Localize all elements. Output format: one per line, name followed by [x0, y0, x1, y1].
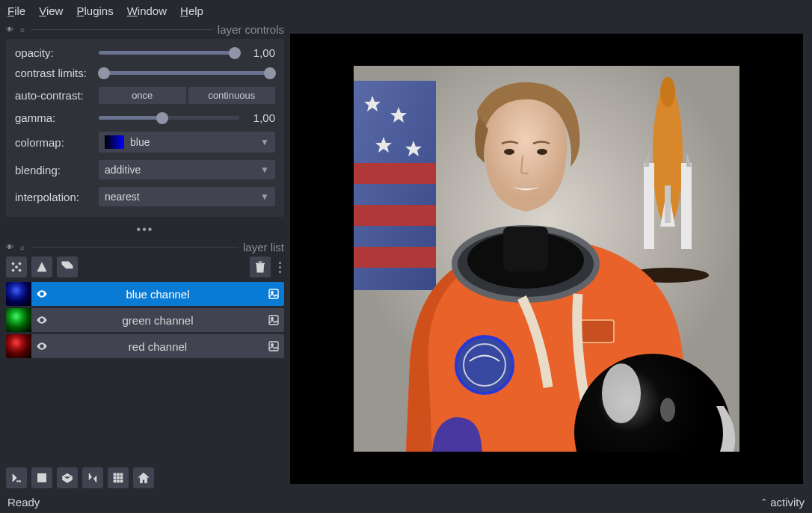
svg-rect-14	[114, 473, 116, 476]
viewer-image	[354, 66, 739, 452]
left-panel: 👁 ⌕ layer controls opacity: 1,00 contras…	[0, 22, 290, 493]
layer-toolbar	[0, 254, 290, 280]
svg-rect-25	[354, 163, 436, 184]
layer-controls-header: 👁 ⌕ layer controls	[0, 22, 290, 36]
layer-thumbnail	[6, 282, 31, 306]
console-button[interactable]	[6, 467, 27, 488]
gamma-label: gamma:	[15, 111, 93, 124]
menu-view[interactable]: View	[39, 4, 63, 17]
svg-point-3	[19, 269, 21, 271]
menu-window[interactable]: Window	[127, 4, 167, 17]
svg-point-10	[271, 318, 274, 320]
blending-select[interactable]: additive ▼	[99, 160, 275, 179]
svg-point-51	[660, 398, 675, 422]
svg-point-44	[456, 337, 513, 393]
svg-rect-16	[120, 473, 123, 476]
roll-dims-button[interactable]	[57, 467, 78, 488]
svg-rect-19	[120, 477, 123, 479]
svg-point-1	[19, 262, 21, 265]
interpolation-label: interpolation:	[15, 191, 93, 203]
viewer-toolbar	[0, 463, 290, 493]
autocontrast-continuous-button[interactable]: continuous	[188, 87, 276, 104]
svg-rect-15	[117, 473, 120, 476]
panel-drag-icon[interactable]: 👁 ⌕	[6, 25, 27, 34]
autocontrast-once-button[interactable]: once	[99, 87, 186, 104]
image-layer-icon	[263, 314, 284, 326]
colormap-swatch	[105, 135, 124, 149]
opacity-readout: 1,00	[245, 46, 275, 59]
svg-point-50	[602, 363, 641, 423]
new-shapes-button[interactable]	[31, 256, 52, 277]
svg-point-8	[271, 292, 274, 294]
blending-label: blending:	[15, 164, 93, 176]
layer-item-green[interactable]: green channel	[6, 308, 284, 332]
svg-rect-7	[269, 289, 278, 298]
layer-item-red[interactable]: red channel	[6, 334, 284, 358]
chevron-down-icon: ▼	[260, 137, 269, 147]
svg-rect-35	[681, 163, 692, 249]
svg-rect-18	[117, 477, 120, 479]
layer-thumbnail	[6, 308, 31, 332]
svg-rect-21	[117, 480, 120, 482]
chevron-down-icon: ▼	[260, 191, 269, 202]
statusbar: Ready ⌃ activity	[0, 493, 812, 513]
gamma-slider[interactable]	[99, 112, 239, 124]
image-layer-icon	[263, 288, 284, 300]
new-labels-button[interactable]	[57, 256, 78, 277]
grid-button[interactable]	[108, 467, 129, 488]
svg-rect-43	[503, 227, 548, 271]
svg-rect-22	[120, 480, 123, 482]
svg-point-6	[64, 264, 66, 265]
colormap-label: colormap:	[15, 136, 93, 149]
visibility-toggle[interactable]	[31, 340, 52, 352]
layer-menu-button[interactable]	[275, 262, 284, 273]
svg-point-4	[16, 266, 18, 268]
image-layer-icon	[263, 340, 284, 352]
svg-rect-39	[665, 185, 671, 223]
visibility-toggle[interactable]	[31, 288, 52, 300]
svg-point-2	[12, 269, 14, 271]
svg-rect-27	[354, 247, 436, 268]
svg-rect-46	[578, 320, 614, 342]
autocontrast-label: auto-contrast:	[15, 89, 93, 102]
panel-drag-icon[interactable]: 👁 ⌕	[6, 243, 27, 251]
gamma-readout: 1,00	[245, 111, 275, 124]
status-text: Ready	[7, 496, 40, 509]
activity-button[interactable]: activity	[770, 496, 805, 509]
svg-rect-9	[269, 316, 278, 325]
svg-rect-13	[38, 474, 46, 482]
panel-options-button[interactable]: •••	[0, 223, 290, 239]
contrast-range-slider[interactable]	[99, 67, 275, 79]
contrast-label: contrast limits:	[15, 67, 93, 79]
chevron-up-icon: ⌃	[760, 497, 767, 507]
svg-rect-34	[644, 163, 654, 249]
opacity-label: opacity:	[15, 46, 93, 59]
svg-rect-20	[114, 480, 116, 482]
canvas-viewer[interactable]	[290, 34, 803, 484]
transpose-button[interactable]	[82, 467, 103, 488]
menu-help[interactable]: Help	[180, 4, 203, 17]
svg-point-47	[504, 149, 514, 155]
layer-controls-panel: opacity: 1,00 contrast limits: auto-cont…	[6, 39, 284, 217]
svg-point-0	[12, 262, 14, 265]
layer-list-header: 👁 ⌕ layer list	[0, 239, 290, 254]
delete-layer-button[interactable]	[250, 256, 271, 277]
layer-list: blue channel green channel red channel	[0, 280, 290, 360]
colormap-select[interactable]: blue ▼	[99, 132, 275, 153]
home-button[interactable]	[133, 467, 154, 488]
svg-point-48	[537, 149, 547, 155]
svg-marker-5	[37, 262, 46, 271]
opacity-slider[interactable]	[99, 47, 239, 59]
menubar: File View Plugins Window Help	[0, 0, 812, 22]
menu-file[interactable]: File	[7, 4, 25, 17]
ndisplay-button[interactable]	[31, 467, 52, 488]
layer-item-blue[interactable]: blue channel	[6, 282, 284, 306]
svg-point-33	[660, 77, 675, 107]
svg-rect-17	[114, 477, 116, 479]
visibility-toggle[interactable]	[31, 314, 52, 326]
layer-thumbnail	[6, 334, 31, 358]
menu-plugins[interactable]: Plugins	[76, 4, 113, 17]
svg-point-12	[271, 344, 274, 346]
new-points-button[interactable]	[6, 256, 27, 277]
interpolation-select[interactable]: nearest ▼	[99, 187, 275, 206]
